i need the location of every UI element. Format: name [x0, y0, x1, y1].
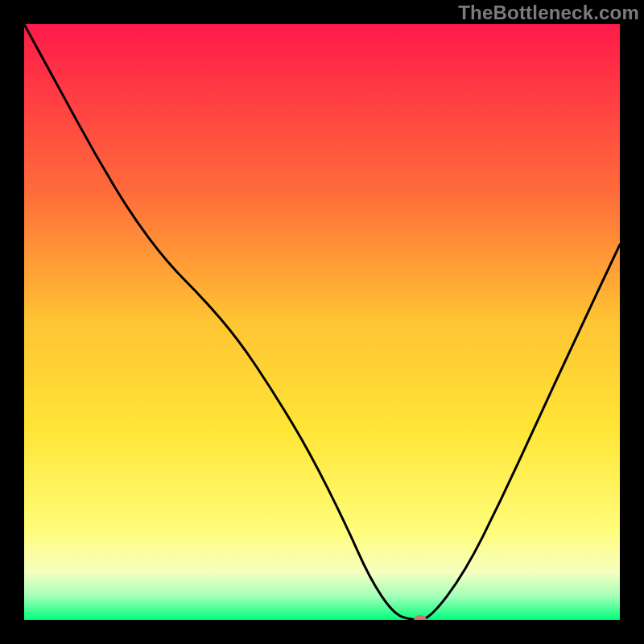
watermark-label: TheBottleneck.com — [458, 2, 639, 24]
plot-area — [24, 24, 620, 620]
bottleneck-curve — [24, 24, 620, 620]
optimal-point-marker — [414, 615, 427, 620]
chart-frame: TheBottleneck.com — [0, 0, 644, 644]
curve-layer — [24, 24, 620, 620]
